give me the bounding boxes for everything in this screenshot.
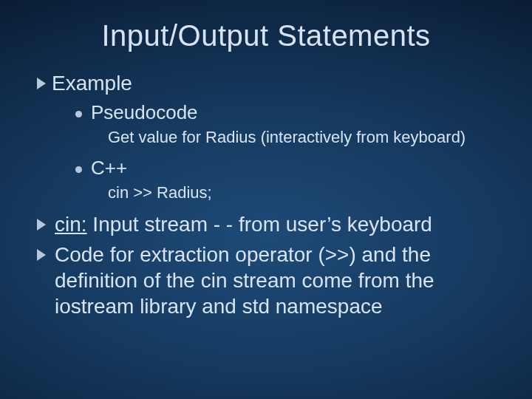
slide-title: Input/Output Statements [30,19,502,52]
bullet-example: Example [37,72,502,95]
bullet-pseudocode-label: Pseudocode [91,101,198,123]
cin-lead: cin: [55,213,87,236]
bullet-extraction-text: Code for extraction operator (>>) and th… [55,242,502,319]
cin-rest: Input stream - - from user’s keyboard [87,213,432,236]
slide: Input/Output Statements Example Pseudoco… [0,0,532,399]
bullet-cpp-label: C++ [91,157,127,179]
bullet-cin: cin: Input stream - - from user’s keyboa… [37,211,502,237]
bullet-extraction: Code for extraction operator (>>) and th… [37,242,502,319]
dot-icon [75,166,82,173]
chevron-right-icon [37,78,46,89]
bullet-pseudocode: Pseudocode [75,101,502,124]
bullet-example-label: Example [52,72,132,95]
chevron-right-icon [37,219,46,231]
cpp-detail: cin >> Radius; [108,183,502,203]
chevron-right-icon [37,249,46,261]
pseudocode-detail: Get value for Radius (interactively from… [108,127,502,148]
dot-icon [75,111,82,117]
bullet-cpp: C++ [75,157,502,180]
